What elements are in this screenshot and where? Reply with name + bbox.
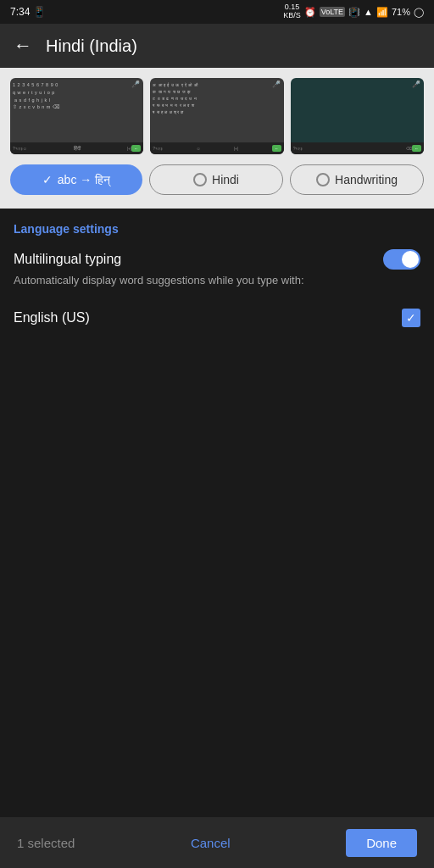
language-row-english-us: English (US) ✓ xyxy=(14,302,420,334)
kb-dev-emoji: ☺ xyxy=(196,146,200,151)
kb-dev-enter: ← xyxy=(272,145,281,152)
data-speed: 0.15 KB/S xyxy=(283,3,301,20)
kb-dev-special: ?१२३ xyxy=(153,146,163,152)
volte-badge: VoLTE xyxy=(320,7,345,17)
kb-hw-enter: ← xyxy=(412,145,421,152)
kb-hw-special: ?१२३ xyxy=(293,146,303,152)
keyboard-preview-latin[interactable]: 🎤 1 2 3 4 5 6 7 8 9 0 q w e r t y u i o … xyxy=(10,78,143,154)
done-button[interactable]: Done xyxy=(346,829,417,857)
time-display: 7:34 xyxy=(10,6,30,18)
multilingual-typing-label: Multilingual typing xyxy=(14,252,121,267)
kb-dev-extra: |+| xyxy=(234,146,239,151)
content-area: Language settings Multilingual typing Au… xyxy=(0,209,434,348)
radio-circle-hindi xyxy=(193,173,207,186)
status-left: 7:34 📱 xyxy=(10,6,46,18)
layout-btn-abc-hindi[interactable]: ✓ abc → हिन् xyxy=(10,164,142,195)
keyboard-latin-content: 1 2 3 4 5 6 7 8 9 0 q w e r t y u i o p … xyxy=(10,78,143,114)
multilingual-typing-row: Multilingual typing xyxy=(14,249,420,270)
layout-btn-handwriting[interactable]: Handwriting xyxy=(290,164,424,195)
header: ← Hindi (India) xyxy=(0,24,434,68)
keyboard-handwriting-content xyxy=(291,78,424,129)
kb-hw-bs: ⌫ xyxy=(406,146,412,151)
language-checkbox-english[interactable]: ✓ xyxy=(402,309,420,327)
keyboard-preview-devanagari[interactable]: 🎤 अ आ इ ई उ ऊ ए ऐ ओ औ क ख ग घ च छ ज झ ट … xyxy=(150,78,283,154)
kb-space: हिंदी xyxy=(27,146,127,152)
kb-dev-bottom: ?१२३ ☺ |+| ← xyxy=(150,142,283,154)
battery-display: 71% xyxy=(392,7,410,17)
battery-icon: ◯ xyxy=(414,7,424,18)
back-button[interactable]: ← xyxy=(14,35,32,57)
keyboard-preview-handwriting[interactable]: 🎤 ?१२३ ⌫ ← xyxy=(291,78,424,154)
layout-handwriting-label: Handwriting xyxy=(335,173,398,186)
mic-icon-2: 🎤 xyxy=(272,81,281,88)
alarm-icon: ⏰ xyxy=(304,7,316,18)
sim-icon: 📱 xyxy=(33,6,46,18)
signal-icon: 📶 xyxy=(376,7,388,18)
layout-btn-hindi[interactable]: Hindi xyxy=(149,164,283,195)
kb-hw-bottom: ?१२३ ⌫ ← xyxy=(291,142,424,154)
keyboard-devanagari-content: अ आ इ ई उ ऊ ए ऐ ओ औ क ख ग घ च छ ज झ ट ठ … xyxy=(150,78,283,119)
status-bar: 7:34 📱 0.15 KB/S ⏰ VoLTE 📳 ▲ 📶 71% ◯ xyxy=(0,0,434,24)
multilingual-toggle[interactable] xyxy=(383,249,420,270)
layout-hindi-label: Hindi xyxy=(212,173,239,186)
vibrate-icon: 📳 xyxy=(348,7,360,18)
check-icon: ✓ xyxy=(42,173,53,186)
mic-icon: 🎤 xyxy=(131,81,140,88)
language-name-english: English (US) xyxy=(14,310,90,326)
radio-circle-handwriting xyxy=(316,173,330,186)
multilingual-description: Automatically display word suggestions w… xyxy=(14,273,420,288)
layout-abc-hindi-label: abc → हिन् xyxy=(58,173,110,187)
page-title: Hindi (India) xyxy=(46,36,137,56)
mic-icon-3: 🎤 xyxy=(412,81,420,88)
toggle-knob xyxy=(402,251,419,268)
selected-count: 1 selected xyxy=(17,836,75,850)
keyboard-section: 🎤 1 2 3 4 5 6 7 8 9 0 q w e r t y u i o … xyxy=(0,68,434,209)
kb-enter: ← xyxy=(131,145,141,152)
kb-special-chars: ?१२३ xyxy=(13,146,23,152)
keyboard-previews: 🎤 1 2 3 4 5 6 7 8 9 0 q w e r t y u i o … xyxy=(10,78,424,154)
cancel-button[interactable]: Cancel xyxy=(191,836,231,850)
layout-buttons: ✓ abc → हिन् Hindi Handwriting xyxy=(10,164,424,195)
bottom-bar: 1 selected Cancel Done xyxy=(0,817,434,868)
wifi-icon: ▲ xyxy=(364,7,373,17)
language-settings-title: Language settings xyxy=(14,222,420,236)
status-right: 0.15 KB/S ⏰ VoLTE 📳 ▲ 📶 71% ◯ xyxy=(283,3,424,20)
kb-latin-bottom: ?१२३ ☺ हिंदी |+| ← xyxy=(10,142,143,154)
